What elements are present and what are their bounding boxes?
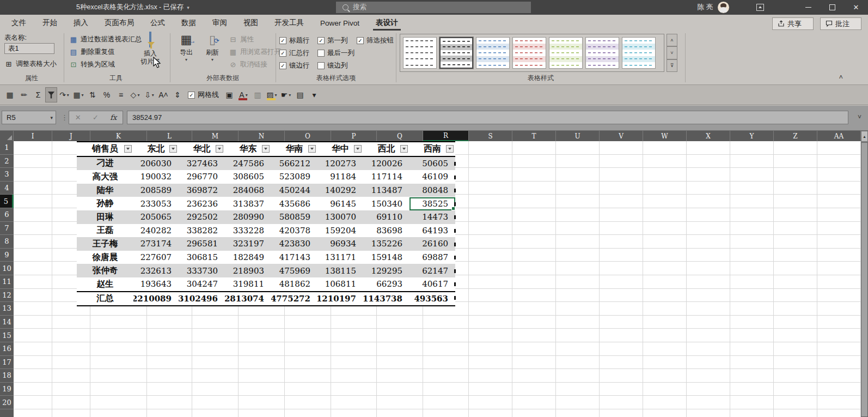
grid-cell[interactable] — [556, 235, 600, 249]
grid-cell[interactable] — [687, 235, 730, 249]
minimize-button[interactable] — [796, 0, 820, 15]
grid-cell[interactable] — [687, 342, 730, 356]
grid-cell[interactable] — [687, 329, 730, 342]
checkbox-汇总行[interactable]: ✓汇总行 — [279, 47, 310, 58]
table-cell[interactable]: 120026 — [363, 157, 409, 171]
grid-cell[interactable] — [600, 262, 643, 275]
grid-cell[interactable] — [469, 168, 512, 182]
style-plain-white[interactable] — [403, 37, 437, 69]
grid-cell[interactable] — [14, 383, 52, 396]
format-hand-icon[interactable]: ☛▾ — [279, 87, 293, 102]
grid-cell[interactable] — [90, 329, 147, 342]
export-button[interactable]: ▦→ 导出 ▾ — [173, 33, 199, 62]
formula-bar-expand-icon[interactable]: ˅ — [858, 113, 861, 121]
grid-cell[interactable] — [817, 195, 861, 208]
grid-cell[interactable] — [556, 249, 600, 262]
grid-cell[interactable] — [774, 195, 817, 208]
grid-cell[interactable] — [239, 356, 285, 370]
table-cell[interactable]: 135226 — [363, 237, 409, 251]
grid-cell[interactable] — [774, 369, 817, 383]
table-cell[interactable]: 50605 — [409, 157, 455, 171]
grid-cell[interactable] — [774, 168, 817, 182]
insert-cells-icon[interactable]: ▦▾ — [71, 87, 85, 102]
table-cell[interactable]: 240282 — [133, 224, 179, 238]
grid-cell[interactable] — [600, 409, 643, 417]
grid-cell[interactable] — [774, 289, 817, 303]
grid-cell[interactable] — [556, 356, 600, 370]
comments-button[interactable]: 批注 — [820, 17, 861, 30]
grid-cell[interactable] — [687, 409, 730, 417]
grid-cell[interactable] — [512, 262, 556, 275]
grid-cell[interactable] — [512, 222, 556, 235]
refresh-table-icon[interactable]: ▦ — [3, 87, 17, 102]
grid-cell[interactable] — [730, 155, 774, 168]
grid-cell[interactable] — [730, 195, 774, 208]
table-cell[interactable]: 46109 — [409, 170, 455, 184]
grid-cell[interactable] — [512, 329, 556, 342]
filter-button[interactable] — [354, 145, 362, 153]
column-header-Q[interactable]: Q — [377, 131, 423, 141]
table-cell-total[interactable]: 2210089 — [133, 292, 179, 306]
grid-cell[interactable] — [512, 369, 556, 383]
grid-cell[interactable] — [687, 208, 730, 222]
grid-cell[interactable] — [600, 208, 643, 222]
table-header-东北[interactable]: 东北 — [133, 142, 179, 156]
grid-cell[interactable] — [52, 342, 90, 356]
column-header-O[interactable]: O — [285, 131, 331, 141]
table-cell[interactable]: 69887 — [409, 251, 455, 264]
grid-cell[interactable] — [730, 396, 774, 409]
table-cell[interactable]: 327463 — [179, 157, 225, 171]
table-cell[interactable]: 420378 — [271, 224, 317, 238]
grid-cell[interactable] — [423, 396, 469, 409]
grid-cell[interactable] — [90, 409, 147, 417]
percent-style-icon[interactable]: % — [100, 87, 114, 102]
grid-cell[interactable] — [512, 383, 556, 396]
grid-cell[interactable] — [147, 369, 192, 383]
share-button[interactable]: 共享 — [772, 17, 814, 30]
grid-cell[interactable] — [90, 316, 147, 329]
checkbox-最后一列[interactable]: 最后一列 — [317, 47, 354, 58]
grid-cell[interactable] — [687, 222, 730, 235]
grid-cell[interactable] — [469, 369, 512, 383]
grid-cell[interactable] — [285, 342, 331, 356]
grid-cell[interactable] — [285, 356, 331, 370]
grid-cell[interactable] — [817, 155, 861, 168]
table-cell[interactable]: 284068 — [225, 184, 271, 197]
grid-cell[interactable] — [643, 302, 687, 316]
grid-cell[interactable] — [556, 383, 600, 396]
grid-cell[interactable] — [600, 356, 643, 370]
grid-cell[interactable] — [600, 329, 643, 342]
grid-cell[interactable] — [600, 235, 643, 249]
external-properties-button[interactable]: ⊟属性 — [229, 34, 254, 45]
grid-cell[interactable] — [512, 302, 556, 316]
grid-cell[interactable] — [730, 409, 774, 417]
grid-cell[interactable] — [377, 369, 423, 383]
grid-cell[interactable] — [423, 329, 469, 342]
refresh-button[interactable]: ▯⟳ 刷新 ▾ — [199, 33, 225, 62]
table-cell-name[interactable]: 陆华 — [77, 184, 133, 197]
grid-cell[interactable] — [556, 316, 600, 329]
table-cell[interactable]: 233053 — [133, 197, 179, 210]
grid-cell[interactable] — [423, 409, 469, 417]
row-header-13[interactable]: 13 — [0, 302, 14, 316]
grid-cell[interactable] — [600, 155, 643, 168]
table-header-销售员[interactable]: 销售员 — [77, 142, 133, 156]
grid-cell[interactable] — [643, 195, 687, 208]
grid-cell[interactable] — [52, 356, 90, 370]
table-cell[interactable]: 280990 — [225, 210, 271, 224]
grid-cell[interactable] — [687, 195, 730, 208]
redo-icon[interactable]: ↷▾ — [57, 87, 71, 102]
table-header-华北[interactable]: 华北 — [179, 142, 225, 156]
column-header-U[interactable]: U — [556, 131, 600, 141]
table-cell[interactable]: 333730 — [179, 264, 225, 277]
grid-cell[interactable] — [643, 369, 687, 383]
table-cell[interactable]: 91184 — [317, 170, 363, 184]
table-cell[interactable]: 292502 — [179, 210, 225, 224]
autosum-icon[interactable]: Σ — [31, 87, 45, 102]
formula-bar-handle[interactable]: ⋮ — [61, 113, 68, 122]
grid-cell[interactable] — [52, 383, 90, 396]
grid-cell[interactable] — [730, 342, 774, 356]
grid-cell[interactable] — [687, 249, 730, 262]
print-doc-icon[interactable]: ▤ — [293, 87, 307, 102]
tab-视图[interactable]: 视图 — [235, 15, 266, 31]
